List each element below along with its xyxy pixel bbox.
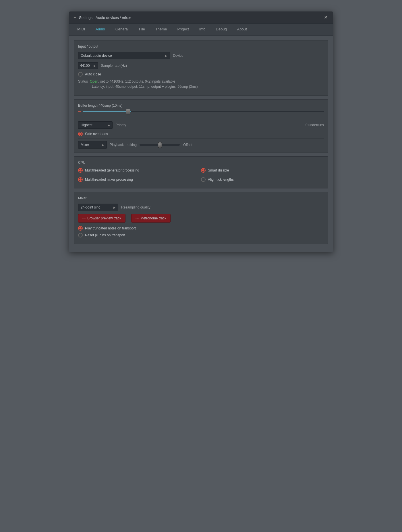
status-detail: , set to 44100Hz, 1x2 outputs, 0x2 input…	[98, 79, 175, 83]
mixer-section: Mixer 24-point sinc ▶ Resampling quality…	[74, 192, 328, 244]
browser-preview-label: Browser preview track	[87, 216, 121, 220]
latency-detail: Latency: input: 40smp, output: 11smp, ou…	[92, 85, 198, 89]
mixer-buttons-row: --- Browser preview track --- Metronome …	[78, 214, 324, 223]
play-truncated-label: Play truncated notes on transport	[85, 226, 136, 230]
play-truncated-radio[interactable]	[78, 226, 83, 231]
cpu-grid: Multithreaded generator processing Smart…	[78, 168, 324, 184]
window-icon: ✦	[73, 15, 77, 20]
tab-debug[interactable]: Debug	[211, 24, 232, 35]
play-truncated-row: Play truncated notes on transport	[78, 226, 324, 231]
metronome-label: Metronome track	[140, 216, 166, 220]
underruns-count: 0 underruns	[306, 123, 324, 127]
metronome-button[interactable]: --- Metronome track	[131, 214, 171, 223]
mixer-title: Mixer	[78, 196, 324, 200]
playback-label: Playback tracking	[110, 143, 137, 147]
tab-audio[interactable]: Audio	[90, 24, 110, 35]
device-row: Default audio device ▶ Device	[78, 52, 324, 59]
sample-rate-dropdown[interactable]: 44100 ▶	[78, 62, 98, 69]
multithreaded-mix-row: Multithreaded mixer processing	[78, 177, 201, 182]
device-label: Device	[173, 54, 183, 58]
priority-row: Highest ▶ Priority 0 underruns	[78, 121, 324, 129]
reset-plugins-radio[interactable]	[78, 233, 83, 237]
status-open: Open	[90, 79, 98, 83]
buffer-slider-fill	[83, 111, 131, 112]
tab-bar: MIDI Audio General File Theme Project In…	[69, 24, 333, 36]
multithreaded-mix-radio[interactable]	[78, 177, 83, 182]
safe-overloads-label: Safe overloads	[85, 132, 108, 136]
align-tick-label: Align tick lengths	[208, 178, 234, 182]
device-dropdown-value: Default audio device	[81, 54, 112, 58]
device-dropdown-arrow: ▶	[165, 54, 167, 57]
auto-close-radio[interactable]	[78, 72, 83, 77]
cpu-title: CPU	[78, 161, 324, 165]
auto-close-label: Auto close	[85, 72, 101, 76]
tab-midi[interactable]: MIDI	[72, 24, 90, 35]
cpu-section: CPU Multithreaded generator processing S…	[74, 156, 328, 188]
priority-dropdown[interactable]: Highest ▶	[78, 121, 113, 129]
content-area: Input / output Default audio device ▶ De…	[69, 36, 333, 252]
separator2	[78, 139, 324, 139]
multithreaded-gen-row: Multithreaded generator processing	[78, 168, 201, 173]
input-output-section: Input / output Default audio device ▶ De…	[74, 40, 328, 96]
buffer-slider-thumb[interactable]	[126, 109, 130, 114]
smart-disable-row: Smart disable	[201, 168, 324, 173]
sample-rate-value: 44100	[80, 64, 90, 68]
metronome-dash: ---	[136, 217, 139, 220]
status-row: Status Open, set to 44100Hz, 1x2 outputs…	[78, 79, 324, 89]
input-output-title: Input / output	[78, 44, 324, 48]
window-title: Settings - Audio devices / mixer	[79, 15, 131, 20]
reset-plugins-label: Reset plugins on transport	[85, 233, 125, 237]
priority-arrow: ▶	[108, 124, 110, 127]
status-prefix: Status Open, set to 44100Hz, 1x2 outputs…	[78, 79, 175, 83]
offset-track[interactable]	[140, 144, 180, 146]
priority-value: Highest	[81, 123, 92, 127]
buffer-slider-track[interactable]	[83, 111, 324, 112]
close-button[interactable]: ✕	[323, 15, 329, 20]
resampling-arrow: ▶	[113, 206, 116, 209]
titlebar-left: ✦ Settings - Audio devices / mixer	[73, 15, 131, 20]
status-label: Status	[78, 79, 88, 83]
resampling-dropdown[interactable]: 24-point sinc ▶	[78, 204, 118, 211]
smart-disable-label: Smart disable	[208, 168, 229, 172]
multithreaded-gen-radio[interactable]	[78, 168, 83, 173]
multithreaded-gen-label: Multithreaded generator processing	[85, 168, 139, 172]
browser-preview-button[interactable]: --- Browser preview track	[78, 214, 125, 223]
playback-value: Mixer	[81, 143, 89, 147]
align-tick-radio[interactable]	[201, 177, 206, 182]
buffer-label: Buffer length 440smp (10ms)	[78, 104, 324, 108]
slider-ticks: | | | | |	[78, 114, 324, 116]
slider-minus-icon: —	[78, 110, 81, 113]
tab-info[interactable]: Info	[194, 24, 211, 35]
resampling-label: Resampling quality	[121, 205, 150, 209]
separator	[78, 119, 324, 119]
tab-project[interactable]: Project	[172, 24, 194, 35]
align-tick-row: Align tick lengths	[201, 177, 324, 182]
sample-rate-label: Sample rate (Hz)	[101, 64, 127, 68]
resampling-row: 24-point sinc ▶ Resampling quality	[78, 204, 324, 211]
multithreaded-mix-label: Multithreaded mixer processing	[85, 178, 133, 182]
buffer-slider-row: —	[78, 110, 324, 113]
safe-overloads-radio[interactable]	[78, 132, 83, 136]
safe-overloads-row: Safe overloads	[78, 132, 324, 136]
tab-theme[interactable]: Theme	[150, 24, 172, 35]
browser-dash: ---	[82, 217, 86, 220]
playback-arrow: ▶	[102, 143, 104, 147]
offset-slider: Offset	[140, 143, 324, 147]
settings-window: ✦ Settings - Audio devices / mixer ✕ MID…	[69, 11, 333, 252]
tab-general[interactable]: General	[110, 24, 134, 35]
playback-row: Mixer ▶ Playback tracking Offset	[78, 141, 324, 149]
smart-disable-radio[interactable]	[201, 168, 206, 173]
resampling-value: 24-point sinc	[81, 205, 100, 209]
priority-label: Priority	[115, 123, 126, 127]
offset-thumb[interactable]	[158, 142, 162, 148]
device-dropdown[interactable]: Default audio device ▶	[78, 52, 170, 59]
playback-dropdown[interactable]: Mixer ▶	[78, 141, 107, 149]
tab-file[interactable]: File	[134, 24, 150, 35]
titlebar: ✦ Settings - Audio devices / mixer ✕	[69, 12, 333, 24]
sample-rate-arrow: ▶	[94, 64, 96, 67]
tab-about[interactable]: About	[232, 24, 252, 35]
offset-label: Offset	[183, 143, 192, 147]
auto-close-row: Auto close	[78, 72, 324, 77]
reset-plugins-row: Reset plugins on transport	[78, 233, 324, 237]
sample-rate-row: 44100 ▶ Sample rate (Hz)	[78, 62, 324, 69]
